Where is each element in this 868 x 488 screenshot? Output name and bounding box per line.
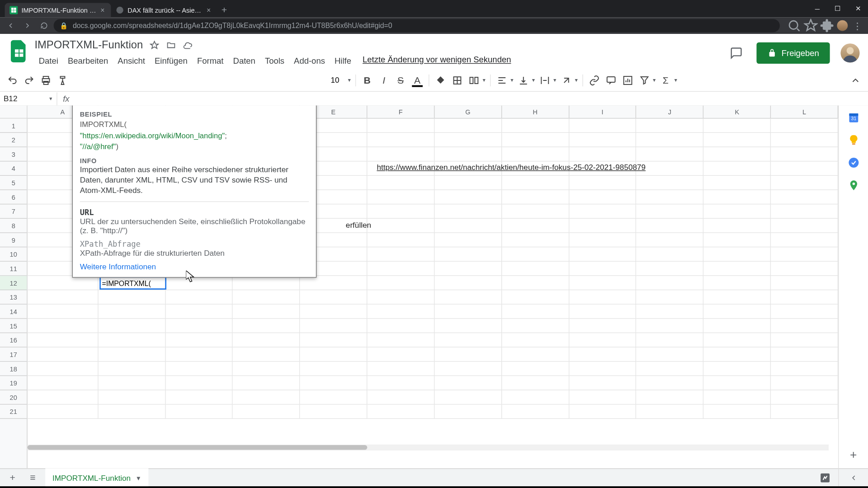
cell[interactable] [703, 305, 771, 319]
cell[interactable] [367, 176, 434, 190]
cell[interactable] [434, 247, 502, 262]
chevron-down-icon[interactable]: ▼ [673, 77, 678, 83]
cell[interactable] [569, 404, 637, 419]
cell[interactable] [434, 147, 502, 162]
cell[interactable] [233, 390, 300, 405]
cell[interactable] [637, 390, 704, 405]
cell[interactable] [165, 347, 233, 362]
row-header[interactable]: 13 [0, 290, 27, 305]
cell[interactable] [367, 333, 434, 347]
menu-icon[interactable]: ⋮ [850, 19, 864, 33]
cell[interactable] [28, 276, 99, 291]
cell[interactable] [569, 390, 637, 405]
back-button[interactable] [4, 19, 18, 33]
cell[interactable] [771, 190, 838, 205]
cell[interactable] [771, 147, 838, 162]
cell[interactable] [28, 361, 99, 376]
font-size-input[interactable]: 10 [323, 75, 347, 84]
collapse-toolbar-button[interactable] [848, 72, 863, 88]
horizontal-align-button[interactable] [494, 72, 509, 88]
row-header[interactable]: 6 [0, 190, 27, 205]
cell[interactable] [703, 247, 771, 262]
menu-tools[interactable]: Tools [261, 55, 289, 66]
add-addon-button[interactable]: + [848, 448, 859, 460]
cell[interactable] [502, 204, 569, 219]
cell[interactable] [367, 361, 434, 376]
chevron-down-icon[interactable]: ▼ [652, 77, 656, 83]
last-edit-link[interactable]: Letzte Änderung vor wenigen Sekunden [363, 55, 511, 66]
cell[interactable] [502, 176, 569, 190]
menu-addons[interactable]: Add-ons [290, 55, 329, 66]
paint-format-button[interactable] [55, 72, 70, 88]
cell[interactable] [502, 219, 569, 233]
row-header[interactable]: 20 [0, 390, 27, 405]
italic-button[interactable]: I [376, 72, 392, 88]
cell[interactable] [300, 333, 368, 347]
cell[interactable] [569, 305, 637, 319]
cell[interactable] [502, 305, 569, 319]
cell[interactable] [165, 361, 233, 376]
cell[interactable] [771, 305, 838, 319]
undo-button[interactable] [5, 72, 20, 88]
horizontal-scrollbar[interactable] [28, 445, 829, 450]
cell[interactable] [502, 118, 569, 133]
cell[interactable] [367, 319, 434, 333]
cell[interactable] [637, 262, 704, 276]
cell[interactable] [502, 133, 569, 147]
cell[interactable] [367, 390, 434, 405]
cell[interactable] [28, 319, 99, 333]
strikethrough-button[interactable]: S [393, 72, 408, 88]
cell-link[interactable]: https://www.finanzen.net/nachricht/aktie… [377, 163, 646, 172]
cell[interactable] [300, 361, 368, 376]
cell[interactable] [569, 247, 637, 262]
cell[interactable] [569, 204, 637, 219]
cell[interactable] [367, 404, 434, 419]
add-sheet-button[interactable]: + [5, 471, 20, 484]
cell[interactable] [367, 290, 434, 305]
cell[interactable] [300, 376, 368, 390]
forward-button[interactable] [20, 19, 35, 33]
cell[interactable] [367, 133, 434, 147]
row-header[interactable]: 9 [0, 233, 27, 248]
cell[interactable] [502, 390, 569, 405]
cell[interactable] [367, 262, 434, 276]
cell[interactable] [771, 319, 838, 333]
reload-button[interactable] [37, 19, 52, 33]
cell[interactable] [233, 347, 300, 362]
cell[interactable] [233, 361, 300, 376]
vertical-align-button[interactable] [515, 72, 531, 88]
cell[interactable] [771, 262, 838, 276]
cell[interactable] [569, 262, 637, 276]
cell[interactable] [703, 319, 771, 333]
borders-button[interactable] [449, 72, 465, 88]
chevron-down-icon[interactable]: ▼ [481, 77, 486, 83]
cell[interactable] [165, 305, 233, 319]
cell[interactable] [28, 376, 99, 390]
sheet-tab-active[interactable]: IMPORTXML-Funktion ▼ [45, 468, 148, 486]
cell[interactable] [300, 319, 368, 333]
cell[interactable] [703, 404, 771, 419]
new-tab-button[interactable]: + [217, 3, 231, 18]
cell[interactable] [165, 290, 233, 305]
cell[interactable] [434, 262, 502, 276]
bold-button[interactable]: B [359, 72, 375, 88]
cell[interactable] [771, 390, 838, 405]
row-header[interactable]: 7 [0, 204, 27, 219]
cell[interactable] [434, 290, 502, 305]
cell[interactable] [367, 190, 434, 205]
cell[interactable] [703, 347, 771, 362]
cell[interactable] [771, 118, 838, 133]
cell[interactable] [367, 118, 434, 133]
cell[interactable] [569, 333, 637, 347]
move-icon[interactable] [165, 40, 176, 51]
account-avatar[interactable] [840, 43, 859, 62]
cell[interactable] [367, 233, 434, 248]
cell[interactable] [771, 376, 838, 390]
chevron-down-icon[interactable]: ▼ [347, 77, 351, 83]
cell[interactable] [637, 161, 704, 176]
cell[interactable] [502, 319, 569, 333]
cell[interactable] [300, 290, 368, 305]
cell[interactable] [502, 233, 569, 248]
cell[interactable] [771, 290, 838, 305]
cell[interactable] [703, 390, 771, 405]
